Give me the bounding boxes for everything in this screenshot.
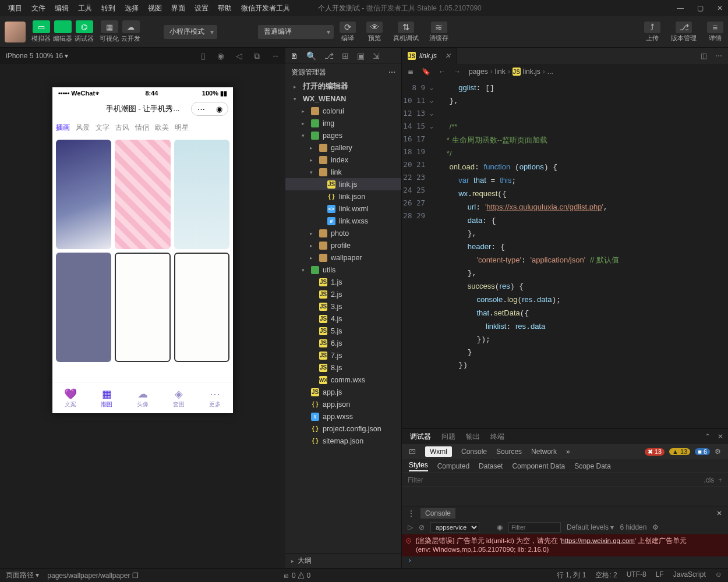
tree-node[interactable]: #link.wxss <box>285 215 401 227</box>
compile-type-select[interactable]: 普通编译 <box>258 25 334 39</box>
bottom-nav-item[interactable]: 💜文案 <box>52 382 89 413</box>
error-link[interactable]: https://mp.weixin.qq.com <box>561 537 635 544</box>
close-icon[interactable]: ✕ <box>715 4 725 12</box>
collapse-icon[interactable]: ⌃ <box>705 432 711 441</box>
cursor-position[interactable]: 行 1, 列 1 <box>557 570 586 580</box>
tree-node[interactable]: JS4.js <box>285 313 401 325</box>
mode-button[interactable]: 编辑器 <box>53 20 72 43</box>
tree-node[interactable]: ▸wallpaper <box>285 251 401 264</box>
project-mode-select[interactable]: 小程序模式 <box>164 25 217 39</box>
tree-node[interactable]: JS5.js <box>285 325 401 337</box>
tree-node[interactable]: app.json <box>285 398 401 410</box>
tree-node[interactable]: JSlink.js <box>285 178 401 190</box>
tree-node[interactable]: <>link.wxml <box>285 203 401 215</box>
tree-node[interactable]: sitemap.json <box>285 435 401 447</box>
ext-icon[interactable]: ⇲ <box>373 51 380 61</box>
tree-node[interactable]: ▸打开的编辑器 <box>285 80 401 93</box>
context-select[interactable]: appservice <box>430 522 479 533</box>
category-tab[interactable]: 欧美 <box>155 123 169 133</box>
gear-icon[interactable]: ⚙ <box>715 448 721 456</box>
indent-indicator[interactable]: 空格: 2 <box>595 570 617 580</box>
branch-icon[interactable]: ⎇ <box>324 51 334 61</box>
clear-icon[interactable]: ⊘ <box>419 523 425 531</box>
menu-item[interactable]: 设置 <box>190 1 213 16</box>
tree-node[interactable]: ▾WX_WENAN <box>285 93 401 105</box>
files-icon[interactable]: 🗎 <box>290 51 298 61</box>
console-prompt[interactable]: › <box>402 556 728 568</box>
list-icon[interactable]: ≣ <box>408 68 414 76</box>
thumbnail[interactable] <box>56 140 111 249</box>
sim-icon[interactable]: ◁ <box>236 51 242 61</box>
toolbar-button[interactable]: ⤴上传 <box>644 22 660 42</box>
category-tab[interactable]: 古风 <box>115 123 129 133</box>
mode-button[interactable]: ⌬调试器 <box>75 20 94 43</box>
console-filter-input[interactable] <box>508 522 561 533</box>
feedback-icon[interactable]: ☺ <box>715 570 722 580</box>
language-indicator[interactable]: JavaScript <box>673 570 706 580</box>
category-tab[interactable]: 风景 <box>76 123 90 133</box>
toolbar-button[interactable]: ⟳编译 <box>340 22 356 42</box>
menu-item[interactable]: 微信开发者工具 <box>236 1 295 16</box>
tab-wxml[interactable]: Wxml <box>425 446 452 457</box>
inspect-icon[interactable]: ⮹ <box>409 448 416 456</box>
tree-node[interactable]: JS2.js <box>285 288 401 300</box>
breadcrumb[interactable]: pages›link›JSlink.js›... <box>469 68 553 76</box>
settings-icon[interactable]: ⚙ <box>652 523 659 531</box>
tree-node[interactable]: #app.wxss <box>285 410 401 423</box>
forward-icon[interactable]: → <box>454 68 461 76</box>
category-tab[interactable]: 文字 <box>96 123 109 133</box>
thumbnail[interactable] <box>174 140 229 249</box>
menu-item[interactable]: 帮助 <box>213 1 236 16</box>
console-tab[interactable]: Console <box>420 508 455 519</box>
tree-node[interactable]: ▸gallery <box>285 141 401 154</box>
tree-node[interactable]: JS6.js <box>285 337 401 349</box>
category-tab[interactable]: 明星 <box>175 123 189 133</box>
close-tab-icon[interactable]: ✕ <box>445 52 451 60</box>
sim-icon[interactable]: ◉ <box>217 51 224 61</box>
tree-node[interactable]: WXcomm.wxs <box>285 374 401 386</box>
sim-icon[interactable]: ↔ <box>271 51 280 61</box>
hidden-count[interactable]: 6 hidden <box>620 523 646 531</box>
menu-item[interactable]: 视图 <box>143 1 167 16</box>
menu-item[interactable]: 界面 <box>167 1 190 16</box>
category-tab[interactable]: 情侣 <box>135 123 149 133</box>
tree-node[interactable]: ▾pages <box>285 129 401 141</box>
tree-node[interactable]: ▾utils <box>285 264 401 276</box>
tree-node[interactable]: JS3.js <box>285 300 401 313</box>
minimize-icon[interactable]: — <box>676 4 685 12</box>
toolbar-button[interactable]: 👁预览 <box>366 22 383 42</box>
menu-item[interactable]: 项目 <box>3 1 27 16</box>
bottom-nav-item[interactable]: ▦潮图 <box>89 382 125 413</box>
layout-icon[interactable]: ⊞ <box>342 51 349 61</box>
thumbnail[interactable] <box>115 140 170 249</box>
editor-tab[interactable]: JS link.js ✕ <box>402 48 457 64</box>
box-icon[interactable]: ▣ <box>357 51 365 61</box>
menu-item[interactable]: 工具 <box>73 1 97 16</box>
tab-sources[interactable]: Sources <box>496 448 522 456</box>
tree-node[interactable]: ▸img <box>285 117 401 129</box>
close-drawer-icon[interactable]: ✕ <box>716 509 722 517</box>
menu-item[interactable]: 文件 <box>27 1 50 16</box>
tree-node[interactable]: link.json <box>285 190 401 203</box>
sim-icon[interactable]: ⧉ <box>254 51 260 61</box>
split-icon[interactable]: ◫ <box>701 52 707 60</box>
tree-node[interactable]: ▸photo <box>285 227 401 239</box>
tree-node[interactable]: JS8.js <box>285 361 401 374</box>
menu-item[interactable]: 选择 <box>120 1 143 16</box>
toolbar-button[interactable]: ≋清缓存 <box>429 22 448 42</box>
avatar[interactable] <box>5 22 26 42</box>
toolbar-button[interactable]: ⎇版本管理 <box>671 22 697 42</box>
problems-indicator[interactable]: ⦻ 0 ⚠ 0 <box>283 572 310 580</box>
devtools-tab[interactable]: 调试器 <box>410 432 431 442</box>
menu-item[interactable]: 转到 <box>97 1 120 16</box>
style-tab[interactable]: Component Data <box>512 462 565 470</box>
bottom-nav-item[interactable]: ☁头像 <box>125 382 161 413</box>
device-info[interactable]: iPhone 5 100% 16 ▾ <box>6 52 68 60</box>
tree-node[interactable]: project.config.json <box>285 423 401 435</box>
play-icon[interactable]: ▷ <box>408 523 413 531</box>
thumbnail[interactable] <box>115 253 170 362</box>
tree-node[interactable]: ▸profile <box>285 239 401 251</box>
tree-node[interactable]: JSapp.js <box>285 386 401 398</box>
devtools-tab[interactable]: 终端 <box>490 432 504 442</box>
style-tab[interactable]: Computed <box>437 462 469 470</box>
